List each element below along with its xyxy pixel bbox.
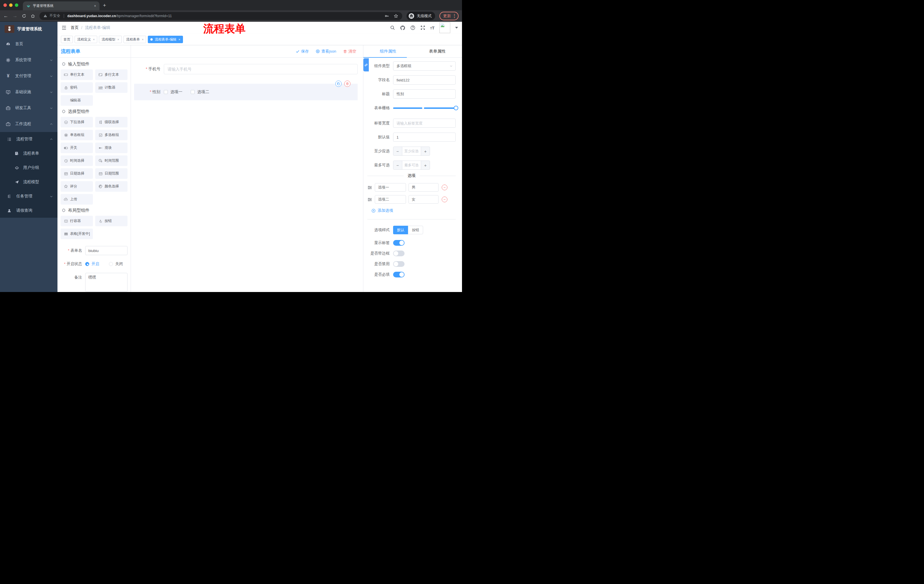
view-json-button[interactable]: 查看json: [316, 49, 336, 54]
form-name-input[interactable]: [85, 246, 127, 255]
tag-close-icon[interactable]: ×: [117, 38, 119, 41]
sidebar-item-devtools[interactable]: 研发工具: [0, 100, 58, 116]
close-window-button[interactable]: [3, 3, 7, 7]
plus-button[interactable]: +: [421, 161, 430, 169]
back-icon[interactable]: ←: [3, 13, 8, 18]
palette-item-slider[interactable]: 滑块: [95, 143, 127, 153]
sidebar-item-workflow[interactable]: 工作流程: [0, 116, 58, 132]
status-off-radio[interactable]: [109, 262, 113, 266]
sidebar-item-system[interactable]: 系统管理: [0, 52, 58, 68]
palette-item-switch[interactable]: 开关: [61, 143, 93, 153]
sidebar-item-user-group[interactable]: 用户分组: [0, 161, 58, 175]
update-button[interactable]: 更新: [439, 12, 459, 20]
reload-icon[interactable]: [22, 14, 26, 18]
drag-handle-icon[interactable]: [367, 185, 372, 190]
caret-down-icon[interactable]: [455, 27, 458, 29]
tag-close-icon[interactable]: ×: [142, 38, 144, 41]
tab-form-props[interactable]: 表单属性: [413, 45, 462, 58]
default-value-input[interactable]: [393, 133, 456, 142]
option-style-default[interactable]: 默认: [393, 226, 408, 234]
minimize-window-button[interactable]: [9, 3, 13, 7]
grid-slider[interactable]: [393, 104, 456, 113]
save-button[interactable]: 保存: [295, 49, 309, 54]
palette-item-upload[interactable]: 上传: [61, 194, 93, 204]
palette-item-row-container[interactable]: 行容器: [61, 216, 93, 226]
search-icon[interactable]: [390, 25, 395, 30]
home-icon[interactable]: [31, 14, 35, 18]
form-canvas[interactable]: 手机号 性别 选项一 选项二: [131, 58, 363, 292]
add-option-button[interactable]: 添加选项: [371, 208, 456, 213]
key-icon[interactable]: [384, 14, 389, 18]
sidebar-item-infra[interactable]: 基础设施: [0, 84, 58, 100]
min-select-input[interactable]: 至少应选: [402, 147, 421, 155]
delete-component-button[interactable]: [344, 81, 350, 87]
palette-item-single-text[interactable]: 单行文本: [61, 69, 93, 80]
palette-item-date-range[interactable]: 日期范围: [95, 168, 127, 179]
tag-process-form[interactable]: 流程表单×: [124, 36, 146, 43]
minus-button[interactable]: −: [393, 161, 402, 169]
status-on-label[interactable]: 开启: [91, 262, 99, 267]
canvas-field-gender-selected[interactable]: 性别 选项一 选项二: [134, 84, 358, 100]
help-icon[interactable]: [410, 25, 416, 30]
status-on-radio[interactable]: [85, 262, 89, 266]
palette-item-time-picker[interactable]: 时间选择: [61, 155, 93, 166]
palette-item-counter[interactable]: 123计数器: [95, 82, 127, 93]
remove-option-button[interactable]: −: [442, 197, 447, 202]
palette-item-editor[interactable]: 编辑器: [61, 95, 93, 106]
palette-item-radio-group[interactable]: 单选框组: [61, 130, 93, 140]
hamburger-icon[interactable]: [61, 25, 67, 30]
minus-button[interactable]: −: [393, 147, 402, 155]
plus-button[interactable]: +: [421, 147, 430, 155]
option-style-button[interactable]: 按钮: [408, 226, 423, 234]
sidebar-item-process-form[interactable]: 流程表单: [0, 146, 58, 161]
drag-handle-icon[interactable]: [367, 197, 372, 202]
field-name-input[interactable]: [393, 76, 456, 85]
component-type-select[interactable]: 多选框组: [393, 61, 456, 71]
new-tab-button[interactable]: +: [103, 2, 106, 8]
fullscreen-icon[interactable]: [420, 25, 426, 30]
palette-item-date-picker[interactable]: 日期选择: [61, 168, 93, 179]
palette-item-time-range[interactable]: 时间范围: [95, 155, 127, 166]
font-size-icon[interactable]: TT: [430, 25, 434, 30]
menu-dots-icon[interactable]: [454, 14, 455, 18]
link-icon[interactable]: [363, 58, 369, 71]
phone-input[interactable]: [164, 64, 358, 74]
copy-component-button[interactable]: [335, 81, 342, 87]
palette-item-color-picker[interactable]: 颜色选择: [95, 181, 127, 192]
canvas-field-phone[interactable]: 手机号: [134, 64, 358, 74]
show-label-switch[interactable]: [393, 240, 404, 246]
checkbox[interactable]: [164, 90, 168, 94]
remove-option-button[interactable]: −: [442, 184, 447, 190]
clear-button[interactable]: 清空: [343, 49, 356, 54]
palette-item-cascade[interactable]: 级联选择: [95, 117, 127, 127]
tag-process-definition[interactable]: 流程定义×: [74, 36, 97, 43]
palette-item-multi-text[interactable]: 多行文本: [95, 69, 127, 80]
max-select-input[interactable]: 最多可选: [402, 161, 421, 169]
title-input[interactable]: [393, 89, 456, 99]
sidebar-item-home[interactable]: 首页: [0, 36, 58, 52]
browser-tab[interactable]: 芋道管理系统 ×: [23, 2, 99, 10]
option2-value-input[interactable]: [409, 195, 439, 204]
required-switch[interactable]: [393, 272, 404, 277]
github-icon[interactable]: [400, 25, 405, 31]
checkbox[interactable]: [191, 90, 195, 94]
palette-item-checkbox-group[interactable]: 多选框组: [95, 130, 127, 140]
slider-track[interactable]: [393, 107, 456, 109]
forward-icon[interactable]: →: [13, 13, 17, 18]
disabled-switch[interactable]: [393, 261, 404, 267]
palette-item-table[interactable]: 表格[开发中]: [61, 229, 93, 239]
sidebar-item-payment[interactable]: ¥ 支付管理: [0, 68, 58, 84]
maximize-window-button[interactable]: [15, 3, 18, 7]
tag-close-icon[interactable]: ×: [178, 38, 180, 41]
label-width-input[interactable]: [393, 118, 456, 128]
remark-textarea[interactable]: 嘿嘿: [85, 273, 127, 292]
avatar[interactable]: [439, 22, 450, 33]
url-bar[interactable]: 不安全 dashboard.yudao.iocoder.cn/bpm/manag…: [40, 12, 402, 20]
palette-item-button[interactable]: 按钮: [95, 216, 127, 226]
brand[interactable]: 芋道管理系统: [0, 22, 58, 36]
palette-item-rate[interactable]: 评分: [61, 181, 93, 192]
gender-option1[interactable]: 选项一: [164, 89, 182, 95]
gender-option2[interactable]: 选项二: [191, 89, 209, 95]
tag-close-icon[interactable]: ×: [93, 38, 95, 41]
status-off-label[interactable]: 关闭: [115, 262, 123, 267]
